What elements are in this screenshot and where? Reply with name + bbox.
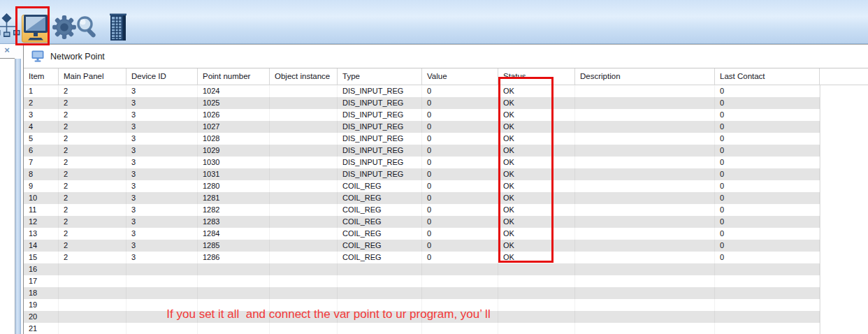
network-tree-icon bbox=[0, 13, 21, 44]
column-header[interactable]: Status bbox=[498, 68, 575, 85]
table-cell bbox=[575, 109, 715, 121]
column-header[interactable]: Main Panel bbox=[59, 68, 126, 85]
table-row[interactable]: 1231024DIS_INPUT_REG0OK0 bbox=[24, 85, 868, 97]
column-header[interactable]: Last Contact bbox=[715, 68, 820, 85]
table-cell: DIS_INPUT_REG bbox=[338, 133, 422, 145]
table-cell: 0 bbox=[422, 192, 498, 204]
table-cell: 3 bbox=[126, 133, 198, 145]
table-cell: 7 bbox=[24, 157, 59, 168]
table-cell-filler bbox=[820, 85, 868, 97]
table-cell: OK bbox=[498, 252, 575, 263]
table-row[interactable]: 12231283COIL_REG0OK0 bbox=[24, 216, 868, 228]
table-cell bbox=[338, 311, 422, 323]
panel-splitter[interactable] bbox=[15, 59, 21, 334]
table-cell bbox=[715, 299, 820, 311]
table-cell-filler bbox=[820, 252, 868, 263]
table-cell: 0 bbox=[422, 133, 498, 145]
table-row[interactable]: 2231025DIS_INPUT_REG0OK0 bbox=[24, 97, 868, 109]
table-cell bbox=[715, 323, 820, 334]
table-cell bbox=[198, 287, 270, 299]
table-cell-filler bbox=[820, 97, 868, 109]
table-row[interactable]: 10231281COIL_REG0OK0 bbox=[24, 192, 868, 204]
building-button[interactable] bbox=[103, 15, 131, 43]
table-cell: DIS_INPUT_REG bbox=[338, 121, 422, 133]
table-row[interactable]: 5231028DIS_INPUT_REG0OK0 bbox=[24, 133, 868, 145]
table-cell-filler bbox=[820, 228, 868, 240]
table-cell bbox=[338, 299, 422, 311]
table-cell bbox=[422, 311, 498, 323]
table-cell: 2 bbox=[59, 145, 126, 157]
table-cell bbox=[198, 263, 270, 275]
table-cell: 3 bbox=[126, 168, 198, 180]
table-cell bbox=[270, 133, 338, 145]
table-cell bbox=[575, 323, 715, 334]
table-row[interactable]: 6231029DIS_INPUT_REG0OK0 bbox=[24, 145, 868, 157]
column-header[interactable]: Type bbox=[338, 68, 422, 85]
table-row[interactable]: 21 bbox=[24, 323, 868, 334]
column-header[interactable]: Object instance bbox=[270, 68, 338, 85]
table-row[interactable]: 8231031DIS_INPUT_REG0OK0 bbox=[24, 168, 868, 180]
close-panel-button[interactable]: × bbox=[2, 45, 12, 55]
table-cell: 1025 bbox=[198, 97, 270, 109]
table-row[interactable]: 15231286COIL_REG0OK0 bbox=[24, 252, 868, 263]
table-cell: 0 bbox=[715, 252, 820, 263]
table-cell: OK bbox=[498, 109, 575, 121]
table-cell: 0 bbox=[715, 145, 820, 157]
table-cell bbox=[270, 145, 338, 157]
table-cell: COIL_REG bbox=[338, 180, 422, 192]
table-row[interactable]: 3231026DIS_INPUT_REG0OK0 bbox=[24, 109, 868, 121]
column-header[interactable]: Description bbox=[575, 68, 715, 85]
table-cell-filler bbox=[820, 145, 868, 157]
table-cell bbox=[126, 311, 198, 323]
table-cell: 0 bbox=[715, 157, 820, 168]
table-cell: 3 bbox=[126, 252, 198, 263]
table-row[interactable]: 11231282COIL_REG0OK0 bbox=[24, 204, 868, 216]
search-button[interactable] bbox=[73, 15, 101, 43]
table-cell bbox=[198, 323, 270, 334]
table-cell bbox=[715, 287, 820, 299]
table-cell: 2 bbox=[59, 228, 126, 240]
network-point-button[interactable] bbox=[22, 15, 50, 43]
table-cell: 2 bbox=[59, 157, 126, 168]
table-row[interactable]: 18 bbox=[24, 287, 868, 299]
table-cell bbox=[338, 323, 422, 334]
table-row[interactable]: 4231027DIS_INPUT_REG0OK0 bbox=[24, 121, 868, 133]
table-cell-filler bbox=[820, 323, 868, 334]
table-cell: 1031 bbox=[198, 168, 270, 180]
table-row[interactable]: 19 bbox=[24, 299, 868, 311]
table-cell bbox=[575, 157, 715, 168]
table-cell-filler bbox=[820, 180, 868, 192]
table-cell bbox=[498, 299, 575, 311]
table-cell: 1284 bbox=[198, 228, 270, 240]
table-row[interactable]: 14231285COIL_REG0OK0 bbox=[24, 240, 868, 252]
table-cell: 2 bbox=[59, 204, 126, 216]
table-cell: 1 bbox=[24, 85, 59, 97]
column-header[interactable]: Value bbox=[422, 68, 498, 85]
table-cell: 3 bbox=[126, 121, 198, 133]
table-cell bbox=[422, 287, 498, 299]
table-row[interactable]: 9231280COIL_REG0OK0 bbox=[24, 180, 868, 192]
monitor-small-icon bbox=[31, 50, 44, 62]
table-cell: 2 bbox=[59, 168, 126, 180]
table-cell: 3 bbox=[126, 85, 198, 97]
table-row[interactable]: 7231030DIS_INPUT_REG0OK0 bbox=[24, 157, 868, 168]
column-header[interactable]: Item bbox=[24, 68, 59, 85]
column-header[interactable]: Point number bbox=[198, 68, 270, 85]
table-row[interactable]: 13231284COIL_REG0OK0 bbox=[24, 228, 868, 240]
table-cell: 3 bbox=[126, 145, 198, 157]
table-cell bbox=[126, 275, 198, 287]
table-cell: 1026 bbox=[198, 109, 270, 121]
column-header[interactable]: Device ID bbox=[126, 68, 198, 85]
network-tree-button[interactable] bbox=[0, 15, 21, 43]
table-row[interactable]: 17 bbox=[24, 275, 868, 287]
table-cell bbox=[715, 263, 820, 275]
table-cell: 3 bbox=[126, 97, 198, 109]
table-cell bbox=[575, 168, 715, 180]
table-row[interactable]: 20 bbox=[24, 311, 868, 323]
table-cell: 2 bbox=[59, 121, 126, 133]
table-cell: 0 bbox=[422, 157, 498, 168]
table-cell: 2 bbox=[59, 192, 126, 204]
table-row[interactable]: 16 bbox=[24, 263, 868, 275]
table-cell: OK bbox=[498, 228, 575, 240]
table-cell bbox=[498, 323, 575, 334]
